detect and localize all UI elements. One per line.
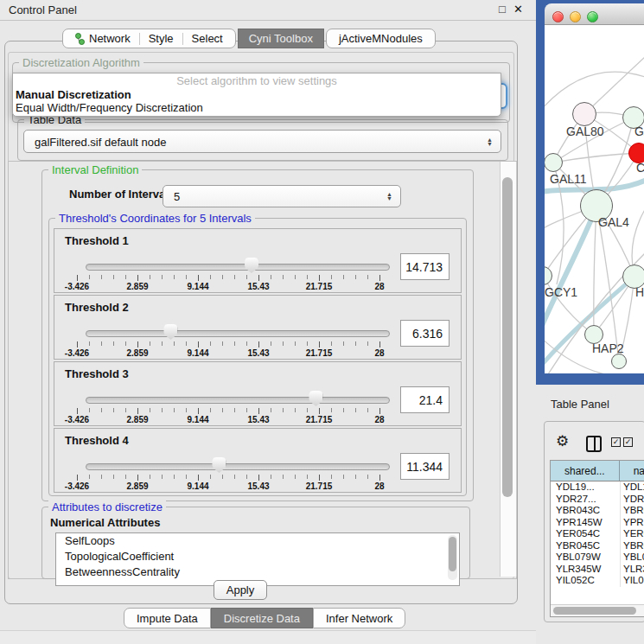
network-node-gal80[interactable] <box>572 102 596 126</box>
table-row[interactable]: YBR043CYBR0 <box>551 505 644 517</box>
slider-tick <box>210 408 211 412</box>
numerical-attributes-list[interactable]: SelfLoopsTopologicalCoefficientBetweenne… <box>55 532 460 586</box>
slider-track[interactable] <box>86 397 390 404</box>
network-node-gal11[interactable] <box>545 153 563 172</box>
slider-tick <box>198 408 199 414</box>
slider-tick <box>162 475 163 479</box>
vertical-scrollbar-thumb[interactable] <box>502 177 513 497</box>
slider-tick-label: 9.144 <box>187 415 208 424</box>
slider-tick <box>355 275 356 279</box>
threshold-2-slider[interactable]: -3.4262.8599.14415.4321.71528 <box>77 328 379 356</box>
tab-infer-network[interactable]: Infer Network <box>313 608 405 628</box>
checkbox-icon[interactable]: ✓ <box>611 437 621 447</box>
slider-thumb[interactable] <box>245 258 258 273</box>
table-cell: YDL1 <box>621 481 644 494</box>
interval-definition-label: Interval Definition <box>48 163 142 176</box>
slider-tick <box>198 475 199 481</box>
column-header-shared[interactable]: shared... <box>551 461 620 481</box>
close-panel-icon[interactable]: ✕ <box>513 3 523 16</box>
slider-tick <box>198 275 199 281</box>
slider-tick <box>367 408 368 412</box>
slider-thumb[interactable] <box>309 391 322 406</box>
slider-tick <box>331 475 332 479</box>
attribute-item[interactable]: TopologicalCoefficient <box>56 549 459 564</box>
threshold-2-value-field[interactable]: 6.316 <box>400 320 450 347</box>
horizontal-scrollbar-thumb[interactable] <box>553 607 636 615</box>
top-tab-bar: Network Style Select Cyni Toolbox jActiv… <box>62 29 436 48</box>
dropdown-item-equal-width[interactable]: Equal Width/Frequency Discretization <box>16 101 203 114</box>
network-canvas[interactable]: GAL80 GA C GAL11 GAL4 GCY1 H HAP2 <box>545 25 644 373</box>
slider-thumb[interactable] <box>163 324 177 340</box>
attribute-item[interactable]: SelfLoops <box>56 533 459 549</box>
close-traffic-light[interactable] <box>552 11 564 22</box>
threshold-4-title: Threshold 4 <box>65 434 129 447</box>
tab-select[interactable]: Select <box>183 30 232 47</box>
threshold-1-value-field[interactable]: 14.713 <box>400 253 450 280</box>
slider-tick <box>307 341 308 346</box>
slider-tick <box>125 341 126 346</box>
tab-network[interactable]: Network <box>67 30 139 47</box>
table-row[interactable]: YLR345WYLR3 <box>551 564 644 576</box>
table-row[interactable]: YPR145WYPR1 <box>551 517 644 529</box>
slider-track[interactable] <box>86 463 390 470</box>
slider-track[interactable] <box>86 264 390 271</box>
slider-tick <box>307 408 308 412</box>
threshold-3-title: Threshold 3 <box>65 367 129 380</box>
slider-tick <box>113 408 114 412</box>
dropdown-item-manual-discretization[interactable]: Manual Discretization <box>16 88 131 101</box>
slider-tick-label: -3.426 <box>65 348 89 358</box>
list-scrollbar-thumb[interactable] <box>449 537 456 571</box>
table-row[interactable]: YER054CYER0 <box>551 528 644 540</box>
slider-tick-label: 9.144 <box>187 282 208 291</box>
threshold-4-panel: Threshold 4 -3.4262.8599.14415.4321.7152… <box>54 428 462 493</box>
slider-tick <box>234 475 235 479</box>
split-view-icon[interactable] <box>586 436 602 452</box>
slider-tick <box>283 475 284 479</box>
tab-cyni-toolbox[interactable]: Cyni Toolbox <box>238 29 324 48</box>
slider-tick <box>113 341 114 346</box>
network-window-titlebar[interactable] <box>545 3 644 25</box>
slider-tick <box>234 275 235 279</box>
slider-thumb[interactable] <box>212 457 226 473</box>
status-area <box>0 631 536 644</box>
float-window-icon[interactable]: □ <box>499 3 506 16</box>
slider-tick-label: 28 <box>374 481 384 491</box>
maximize-traffic-light[interactable] <box>587 11 598 22</box>
slider-tick <box>101 275 102 279</box>
panel-title: Control Panel <box>9 3 77 16</box>
table-cell: YBR043C <box>551 505 621 517</box>
attribute-item[interactable]: BetweennessCentrality <box>56 564 459 580</box>
number-of-intervals-combobox[interactable]: 5 ▲▼ <box>163 185 401 207</box>
column-header-name[interactable]: na <box>620 461 644 481</box>
threshold-3-value-field[interactable]: 21.4 <box>400 386 450 413</box>
tab-discretize-data[interactable]: Discretize Data <box>211 608 313 628</box>
apply-button[interactable]: Apply <box>214 580 267 600</box>
dropdown-prompt-item[interactable]: Select algorithm to view settings <box>13 74 501 87</box>
tab-jactivemnodules[interactable]: jActiveMNodules <box>330 30 431 47</box>
horizontal-scrollbar-track[interactable] <box>551 604 644 616</box>
table-cell: YLR345W <box>551 564 621 576</box>
minimize-traffic-light[interactable] <box>570 11 581 22</box>
threshold-4-slider[interactable]: -3.4262.8599.14415.4321.71528 <box>77 462 379 489</box>
table-row[interactable]: YBL079WYBL0 <box>551 552 644 564</box>
table-row[interactable]: YIL052CYIL0 <box>551 575 644 587</box>
network-node[interactable] <box>611 354 627 369</box>
tab-impute-data[interactable]: Impute Data <box>124 608 211 628</box>
table-row[interactable]: YDL19...YDL1 <box>551 481 644 494</box>
table-row[interactable]: YBR045CYBR0 <box>551 540 644 552</box>
slider-track[interactable] <box>86 330 390 337</box>
slider-tick <box>331 275 332 279</box>
threshold-3-slider[interactable]: -3.4262.8599.14415.4321.71528 <box>77 395 379 423</box>
table-data-combobox[interactable]: galFiltered.sif default node ▲▼ <box>23 130 501 153</box>
slider-tick-label: -3.426 <box>65 481 89 491</box>
threshold-1-slider[interactable]: -3.4262.8599.14415.4321.71528 <box>77 262 379 290</box>
table-data-value: galFiltered.sif default node <box>35 135 166 148</box>
table-cell: YBL0 <box>621 552 644 564</box>
gear-icon[interactable]: ⚙ <box>556 434 569 449</box>
table-cell: YDR27... <box>551 494 621 506</box>
slider-tick <box>210 475 211 479</box>
table-row[interactable]: YDR27...YDR2 <box>551 494 644 506</box>
tab-style[interactable]: Style <box>140 30 182 47</box>
checkbox-icon[interactable]: ✓ <box>623 437 633 447</box>
threshold-4-value-field[interactable]: 11.344 <box>400 453 450 480</box>
